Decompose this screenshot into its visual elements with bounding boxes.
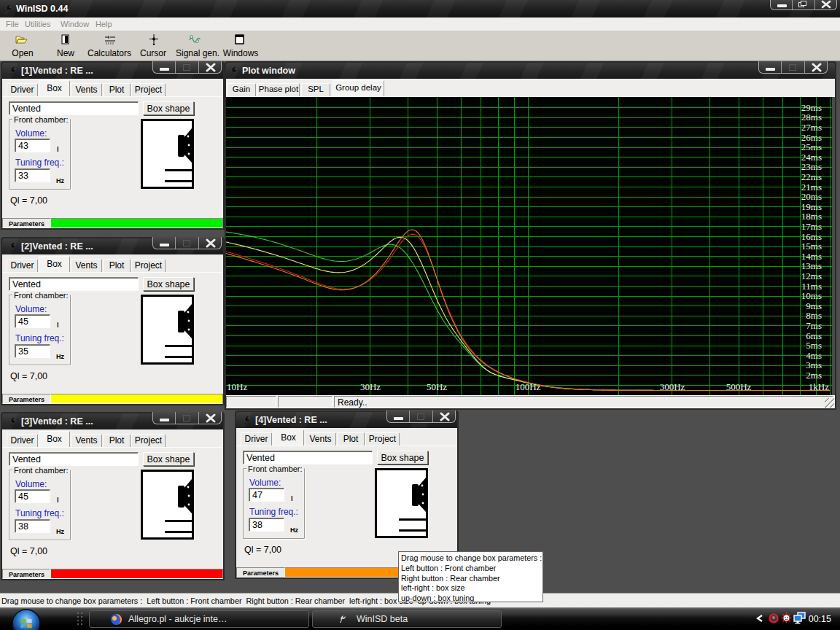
svg-text:19ms: 19ms — [801, 201, 822, 212]
svg-text:1kHz: 1kHz — [809, 381, 829, 392]
svg-text:6ms: 6ms — [806, 330, 822, 341]
svg-text:28ms: 28ms — [801, 112, 822, 122]
svg-text:20ms: 20ms — [801, 191, 822, 202]
svg-text:18ms: 18ms — [801, 211, 822, 222]
svg-text:300Hz: 300Hz — [660, 381, 685, 392]
svg-text:12ms: 12ms — [801, 271, 822, 281]
svg-text:21ms: 21ms — [801, 182, 822, 192]
svg-text:2ms: 2ms — [806, 370, 822, 381]
svg-text:10ms: 10ms — [801, 290, 822, 301]
svg-text:7ms: 7ms — [806, 320, 822, 331]
svg-text:5ms: 5ms — [806, 340, 822, 351]
svg-text:29ms: 29ms — [801, 102, 822, 113]
svg-text:24ms: 24ms — [801, 152, 822, 163]
svg-text:9ms: 9ms — [806, 300, 822, 311]
svg-text:11ms: 11ms — [801, 281, 822, 292]
svg-text:500Hz: 500Hz — [726, 381, 752, 392]
svg-text:3ms: 3ms — [806, 359, 822, 370]
svg-text:4ms: 4ms — [806, 350, 822, 361]
svg-text:23ms: 23ms — [801, 161, 822, 172]
svg-text:100Hz: 100Hz — [516, 381, 541, 392]
svg-text:13ms: 13ms — [801, 260, 822, 271]
svg-text:17ms: 17ms — [801, 221, 822, 232]
svg-text:14ms: 14ms — [801, 251, 822, 262]
svg-text:8ms: 8ms — [806, 310, 822, 321]
svg-text:27ms: 27ms — [801, 122, 822, 133]
svg-text:10Hz: 10Hz — [227, 381, 247, 392]
svg-text:16ms: 16ms — [801, 231, 822, 242]
svg-text:25ms: 25ms — [801, 141, 822, 152]
svg-text:22ms: 22ms — [801, 171, 822, 182]
svg-text:26ms: 26ms — [801, 132, 822, 143]
svg-text:30Hz: 30Hz — [360, 381, 381, 392]
svg-text:15ms: 15ms — [801, 241, 822, 252]
svg-text:50Hz: 50Hz — [427, 381, 447, 392]
